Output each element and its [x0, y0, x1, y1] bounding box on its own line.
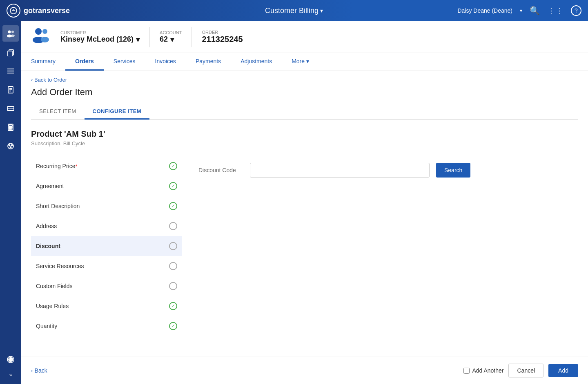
user-label[interactable]: Daisy Deane (Deane): [457, 7, 512, 14]
cancel-button[interactable]: Cancel: [508, 364, 543, 377]
page-footer: ‹ Back Add Another Cancel Add: [21, 357, 588, 384]
section-custom-fields[interactable]: Custom Fields: [31, 276, 182, 296]
account-info: ACCOUNT 62 ▾: [160, 30, 182, 44]
svg-rect-8: [7, 71, 14, 71]
search-icon[interactable]: 🔍: [530, 6, 540, 16]
search-button[interactable]: Search: [436, 163, 470, 178]
section-discount[interactable]: Discount: [31, 236, 182, 256]
svg-point-1: [8, 31, 11, 33]
account-number: 62: [160, 35, 168, 44]
app-logo[interactable]: gotransverse: [7, 4, 70, 18]
order-number: 211325245: [202, 35, 243, 44]
svg-point-27: [10, 147, 11, 148]
add-button[interactable]: Add: [548, 364, 578, 377]
tab-adjustments[interactable]: Adjustments: [231, 53, 282, 71]
section-agreement[interactable]: Agreement ✓: [31, 176, 182, 196]
required-star: *: [75, 164, 77, 169]
sidebar-item-palette[interactable]: [2, 138, 19, 154]
divider-1: [149, 27, 150, 47]
customer-name-text: Kinsey McLeod (126): [60, 35, 134, 44]
customer-header: CUSTOMER Kinsey McLeod (126) ▾ ACCOUNT 6…: [21, 21, 588, 53]
recurring-price-status: ✓: [169, 162, 177, 170]
svg-point-25: [9, 145, 10, 146]
svg-point-22: [10, 129, 11, 129]
discount-code-input[interactable]: [250, 163, 430, 178]
sidebar-item-calculator[interactable]: [2, 119, 19, 135]
tab-services[interactable]: Services: [104, 53, 145, 71]
sidebar-item-list[interactable]: [2, 63, 19, 79]
tab-invoices[interactable]: Invoices: [145, 53, 186, 71]
tab-payments[interactable]: Payments: [186, 53, 231, 71]
address-status: [169, 222, 177, 230]
nav-right: Daisy Deane (Deane) ▾ 🔍 ⋮⋮ ?: [457, 5, 581, 16]
custom-fields-label: Custom Fields: [36, 283, 72, 289]
sidebar: »: [0, 21, 21, 384]
section-address[interactable]: Address: [31, 216, 182, 236]
logo-icon: [7, 4, 20, 18]
sub-tab-configure-item[interactable]: CONFIGURE ITEM: [85, 104, 150, 120]
content-area: CUSTOMER Kinsey McLeod (126) ▾ ACCOUNT 6…: [21, 21, 588, 384]
svg-rect-14: [7, 107, 14, 111]
sidebar-item-document[interactable]: [2, 82, 19, 98]
usage-rules-label: Usage Rules: [36, 303, 69, 309]
sidebar-item-card[interactable]: [2, 100, 19, 117]
account-dropdown-arrow[interactable]: ▾: [170, 35, 174, 44]
section-service-resources[interactable]: Service Resources: [31, 256, 182, 276]
order-label: ORDER: [202, 30, 243, 35]
tab-summary[interactable]: Summary: [21, 53, 65, 71]
top-nav: gotransverse Customer Billing ▾ Daisy De…: [0, 0, 588, 21]
quantity-label: Quantity: [36, 323, 57, 329]
sidebar-item-copy[interactable]: [2, 44, 19, 60]
service-resources-label: Service Resources: [36, 263, 84, 269]
svg-point-19: [10, 127, 11, 128]
section-list: Recurring Price* ✓ Agreement ✓ Short Des…: [31, 156, 182, 336]
svg-point-29: [35, 28, 42, 35]
quantity-status: ✓: [169, 322, 177, 330]
tab-orders[interactable]: Orders: [65, 53, 104, 71]
section-quantity[interactable]: Quantity ✓: [31, 316, 182, 336]
agreement-label: Agreement: [36, 183, 64, 189]
back-to-order-link[interactable]: ‹ Back to Order: [31, 71, 578, 87]
center-title-text: Customer Billing: [265, 7, 318, 15]
page-content: ‹ Back to Order Add Order Item SELECT IT…: [21, 71, 588, 357]
tab-more[interactable]: More ▾: [282, 53, 319, 71]
tab-bar: Summary Orders Services Invoices Payment…: [21, 53, 588, 71]
form-area: Discount Code Search: [198, 156, 578, 336]
product-subtitle: Subscription, Bill Cycle: [31, 140, 578, 146]
divider-2: [192, 27, 192, 47]
discount-status: [169, 242, 177, 250]
custom-fields-status: [169, 282, 177, 290]
center-title[interactable]: Customer Billing ▾: [265, 7, 323, 15]
customer-label: CUSTOMER: [60, 30, 140, 35]
product-title: Product 'AM Sub 1': [31, 129, 578, 139]
user-arrow: ▾: [520, 8, 522, 13]
recurring-price-label: Recurring Price*: [36, 163, 77, 169]
sub-tab-select-item[interactable]: SELECT ITEM: [31, 104, 85, 119]
account-number-row: 62 ▾: [160, 35, 182, 44]
page-title: Add Order Item: [31, 87, 578, 98]
svg-point-20: [11, 127, 12, 128]
sidebar-item-gear[interactable]: [2, 351, 19, 368]
customer-dropdown-arrow[interactable]: ▾: [136, 35, 140, 44]
sidebar-bottom: »: [2, 351, 19, 380]
add-another-text: Add Another: [472, 367, 503, 374]
customer-name: Kinsey McLeod (126) ▾: [60, 35, 140, 44]
svg-rect-6: [8, 51, 12, 56]
usage-rules-status: ✓: [169, 302, 177, 310]
add-another-checkbox[interactable]: [463, 368, 470, 374]
svg-point-18: [9, 127, 10, 128]
sidebar-item-users[interactable]: [2, 25, 19, 42]
svg-point-28: [10, 359, 11, 360]
svg-point-21: [9, 129, 10, 129]
customer-icon: [31, 26, 51, 48]
order-info: ORDER 211325245: [202, 30, 243, 44]
grid-icon[interactable]: ⋮⋮: [547, 6, 564, 16]
back-button[interactable]: ‹ Back: [31, 367, 47, 374]
section-short-description[interactable]: Short Description ✓: [31, 196, 182, 216]
sidebar-expand-btn[interactable]: »: [2, 370, 19, 380]
help-icon[interactable]: ?: [571, 5, 581, 16]
section-recurring-price[interactable]: Recurring Price* ✓: [31, 156, 182, 176]
svg-point-4: [11, 35, 15, 37]
discount-code-label: Discount Code: [198, 167, 243, 173]
section-usage-rules[interactable]: Usage Rules ✓: [31, 296, 182, 316]
